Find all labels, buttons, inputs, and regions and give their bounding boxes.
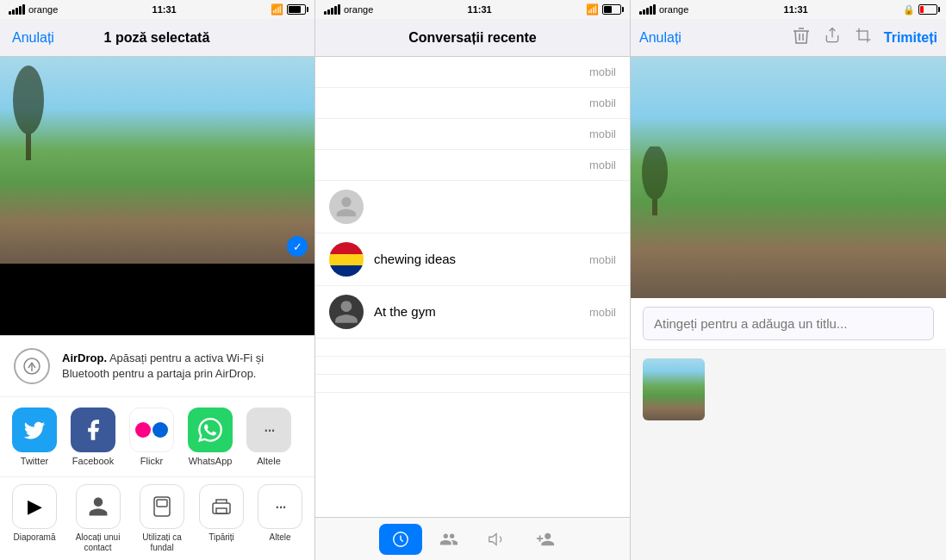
battery-icon-3 (918, 4, 937, 15)
nav-bar-3: Anulați Trimiteți (631, 19, 946, 57)
cancel-button-1[interactable]: Anulați (12, 30, 54, 46)
wallpaper-label: Utilizați ca fundal (135, 532, 189, 553)
action-wallpaper[interactable]: Utilizați ca fundal (135, 484, 189, 553)
tab-contacts[interactable] (427, 524, 470, 555)
phone-type: mobil (589, 96, 616, 109)
phone-type: mobil (589, 65, 616, 78)
print-label: Tipăriți (208, 532, 234, 543)
lock-icon: 🔒 (903, 4, 915, 16)
whatsapp-icon (188, 408, 233, 452)
contact-row[interactable]: mobil (315, 119, 630, 150)
app-facebook[interactable]: Facebook (67, 408, 119, 466)
app-whatsapp[interactable]: WhatsApp (184, 408, 236, 466)
signal-icon-2 (324, 4, 340, 15)
panel-contacts: orange 11:31 📶 Conversații recente mobil… (315, 0, 631, 560)
carrier-label-3: orange (659, 4, 688, 15)
contacts-list[interactable]: mobil mobil mobil mobil chewing ideas mo… (315, 57, 630, 517)
tab-groups[interactable] (476, 524, 519, 555)
flickr-pink (135, 422, 151, 438)
contact-info-gym: At the gym (374, 304, 579, 320)
app-more[interactable]: ··· Altele (243, 408, 295, 466)
share-sheet: AirDrop. Apăsați pentru a activa Wi-Fi ș… (0, 335, 314, 560)
photo-thumbnail[interactable] (643, 358, 705, 420)
battery-icon-1 (287, 4, 306, 15)
action-slideshow[interactable]: ▶ Diaporamă (9, 484, 60, 553)
svg-rect-7 (216, 508, 227, 513)
airdrop-icon (14, 348, 50, 384)
signal-icon (9, 4, 25, 15)
contact-info-chewing: chewing ideas (374, 252, 579, 267)
panel-photo-editor: orange 11:31 🔒 Anulați Trimiteți (631, 0, 946, 560)
more-apps-icon: ··· (246, 408, 291, 452)
photo-viewer (631, 57, 946, 298)
phone-type-gym: mobil (589, 306, 616, 319)
send-button[interactable]: Trimiteți (884, 30, 937, 46)
viewer-photo-bg (631, 57, 946, 298)
action-assign-contact[interactable]: Alocați unui contact (67, 484, 128, 553)
contact-row-chewing[interactable]: chewing ideas mobil (315, 233, 630, 286)
contact-row[interactable]: mobil (315, 57, 630, 88)
more-apps-label: Altele (257, 456, 281, 466)
flickr-blue (152, 422, 168, 438)
slideshow-label: Diaporamă (14, 532, 56, 543)
panel-share-sheet: orange 11:31 📶 Anulați 1 poză selectată … (0, 0, 315, 560)
contact-row[interactable] (315, 375, 630, 393)
status-right-1: 📶 (271, 3, 306, 16)
time-2: 11:31 (468, 4, 492, 15)
apps-row: Twitter Facebook Flickr (0, 397, 314, 477)
status-left-2: orange (324, 4, 373, 15)
contact-row[interactable] (315, 339, 630, 357)
nav-bar-2: Conversații recente (315, 19, 630, 57)
share-button[interactable] (822, 24, 843, 51)
caption-input[interactable] (643, 307, 934, 340)
carrier-label-2: orange (344, 4, 373, 15)
thumbnail-row (631, 350, 946, 429)
viewer-tree (638, 146, 672, 215)
status-bar-3: orange 11:31 🔒 (631, 0, 946, 19)
contact-avatar-flag (329, 242, 364, 277)
trash-button[interactable] (791, 24, 812, 51)
flickr-icon (129, 408, 174, 452)
wallpaper-icon (140, 484, 184, 529)
svg-rect-11 (859, 31, 868, 40)
contact-row[interactable] (315, 357, 630, 375)
contact-row[interactable] (315, 181, 630, 233)
actions-row: ▶ Diaporamă Alocați unui contact Utiliza… (0, 477, 314, 560)
contact-row[interactable]: mobil (315, 150, 630, 181)
phone-type-chewing: mobil (589, 253, 616, 266)
photo-count-title: 1 poză selectată (104, 30, 210, 46)
twitter-label: Twitter (21, 456, 48, 466)
cancel-button-3[interactable]: Anulați (639, 30, 681, 46)
action-print[interactable]: Tipăriți (196, 484, 247, 553)
status-bar-1: orange 11:31 📶 (0, 0, 314, 19)
contact-name-gym: At the gym (374, 304, 436, 319)
contact-row[interactable]: mobil (315, 88, 630, 119)
phone-type: mobil (589, 128, 616, 140)
status-right-2: 📶 (586, 3, 621, 16)
contact-name-chewing: chewing ideas (374, 252, 456, 266)
wifi-icon-1: 📶 (271, 3, 283, 16)
svg-point-13 (642, 146, 668, 200)
contact-avatar-gym (329, 295, 364, 329)
carrier-label-1: orange (28, 4, 58, 15)
wifi-icon-2: 📶 (586, 3, 599, 16)
assign-contact-label: Alocați unui contact (67, 532, 128, 553)
photo-area: ✓ (0, 57, 314, 335)
airdrop-row[interactable]: AirDrop. Apăsați pentru a activa Wi-Fi ș… (0, 336, 314, 397)
contact-row-gym[interactable]: At the gym mobil (315, 286, 630, 339)
whatsapp-label: WhatsApp (189, 456, 233, 466)
nav-actions-3: Trimiteți (791, 24, 937, 51)
app-flickr[interactable]: Flickr (126, 408, 177, 466)
phone-type: mobil (589, 159, 616, 171)
tab-recent[interactable] (379, 524, 422, 555)
svg-point-1 (13, 65, 44, 134)
app-twitter[interactable]: Twitter (9, 408, 60, 466)
crop-button[interactable] (853, 25, 874, 50)
status-bar-2: orange 11:31 📶 (315, 0, 630, 19)
action-more[interactable]: ··· Altele (254, 484, 306, 553)
slideshow-icon: ▶ (12, 484, 57, 529)
tab-bar (315, 517, 630, 560)
tab-add[interactable] (524, 524, 567, 555)
svg-rect-5 (157, 500, 167, 507)
caption-input-area[interactable] (631, 298, 946, 350)
